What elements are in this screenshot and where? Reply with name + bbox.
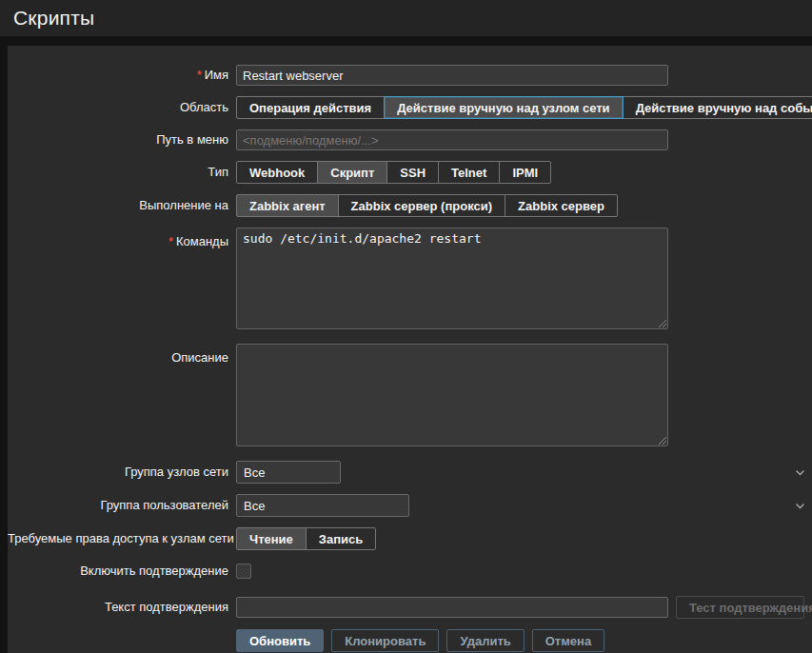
cancel-button[interactable]: Отмена — [532, 629, 604, 652]
user-group-label: Группа пользователей — [8, 495, 236, 516]
type-option-script[interactable]: Скрипт — [317, 161, 387, 184]
menu-path-label: Путь в меню — [8, 129, 236, 150]
execute-on-label: Выполнение на — [8, 195, 236, 216]
row-menu-path: Путь в меню — [8, 129, 812, 150]
host-access-option-write[interactable]: Запись — [306, 527, 376, 550]
page-title: Скрипты — [13, 7, 94, 30]
execute-on-option-server[interactable]: Zabbix сервер — [505, 194, 618, 217]
commands-textarea[interactable]: sudo /etc/init.d/apache2 restart — [236, 228, 668, 329]
type-option-telnet[interactable]: Telnet — [438, 161, 500, 184]
type-option-webhook[interactable]: Webhook — [236, 161, 318, 184]
scope-option-manual-host-action[interactable]: Действие вручную над узлом сети — [384, 96, 623, 119]
enable-confirmation-label: Включить подтверждение — [8, 561, 236, 582]
scope-option-manual-event-action[interactable]: Действие вручную над событиями — [623, 96, 812, 119]
update-button[interactable]: Обновить — [236, 629, 324, 652]
type-option-ssh[interactable]: SSH — [386, 161, 439, 184]
page-header: Скрипты — [0, 0, 812, 36]
row-user-group: Группа пользователей Все — [8, 494, 812, 517]
enable-confirmation-checkbox[interactable] — [236, 564, 251, 579]
row-type: Тип Webhook Скрипт SSH Telnet IPMI — [8, 161, 812, 184]
host-group-label: Группа узлов сети — [8, 462, 236, 483]
scope-segmented-control: Операция действия Действие вручную над у… — [236, 96, 812, 119]
row-description: Описание — [8, 344, 812, 446]
host-group-select-wrap: Все — [236, 461, 812, 484]
name-input[interactable] — [236, 65, 668, 86]
test-confirmation-button[interactable]: Тест подтверждения — [676, 596, 804, 619]
type-label: Тип — [8, 162, 236, 183]
host-access-segmented-control: Чтение Запись — [236, 527, 812, 550]
footer-actions: Обновить Клонировать Удалить Отмена — [236, 629, 812, 652]
row-host-access: Требуемые права доступа к узлам сети Чте… — [8, 527, 812, 550]
type-segmented-control: Webhook Скрипт SSH Telnet IPMI — [236, 161, 812, 184]
commands-label: *Команды — [8, 228, 236, 252]
host-access-option-read[interactable]: Чтение — [236, 527, 307, 550]
delete-button[interactable]: Удалить — [446, 629, 524, 652]
row-confirmation-text: Текст подтверждения Тест подтверждения — [8, 596, 812, 619]
row-footer-actions: Обновить Клонировать Удалить Отмена — [8, 629, 812, 652]
description-label: Описание — [8, 344, 236, 368]
name-label: *Имя — [8, 65, 236, 86]
confirmation-text-input[interactable] — [236, 597, 668, 618]
user-group-select[interactable]: Все — [236, 494, 409, 517]
clone-button[interactable]: Клонировать — [331, 629, 439, 652]
host-group-select[interactable]: Все — [236, 461, 341, 484]
row-commands: *Команды sudo /etc/init.d/apache2 restar… — [8, 228, 812, 329]
required-asterisk: * — [197, 69, 202, 82]
chevron-down-icon — [795, 501, 805, 511]
execute-on-option-agent[interactable]: Zabbix агент — [236, 194, 339, 217]
row-scope: Область Операция действия Действие вручн… — [8, 96, 812, 119]
scope-label: Область — [8, 97, 236, 118]
required-asterisk: * — [168, 235, 173, 248]
row-execute-on: Выполнение на Zabbix агент Zabbix сервер… — [8, 194, 812, 217]
execute-on-segmented-control: Zabbix агент Zabbix сервер (прокси) Zabb… — [236, 194, 812, 217]
description-textarea[interactable] — [236, 344, 668, 446]
user-group-select-wrap: Все — [236, 494, 812, 517]
row-name: *Имя — [8, 65, 812, 86]
execute-on-option-server-proxy[interactable]: Zabbix сервер (прокси) — [338, 194, 505, 217]
menu-path-input[interactable] — [236, 129, 668, 150]
confirmation-text-label: Текст подтверждения — [8, 597, 236, 618]
type-option-ipmi[interactable]: IPMI — [499, 161, 551, 184]
row-host-group: Группа узлов сети Все — [8, 461, 812, 484]
host-access-label: Требуемые права доступа к узлам сети — [8, 528, 236, 549]
chevron-down-icon — [795, 467, 805, 478]
script-form-panel: *Имя Область Операция действия Действие … — [8, 46, 812, 653]
scope-option-action-operation[interactable]: Операция действия — [236, 96, 385, 119]
row-enable-confirmation: Включить подтверждение — [8, 561, 812, 582]
